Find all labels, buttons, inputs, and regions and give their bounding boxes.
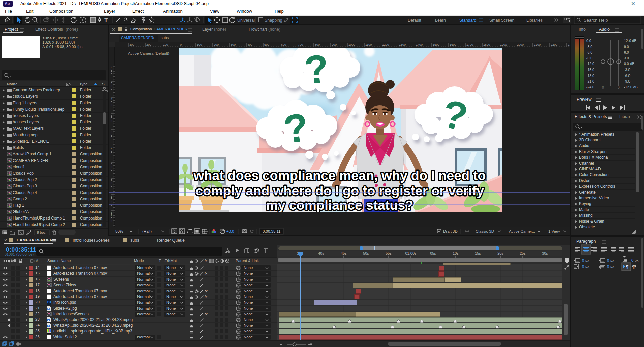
svg-text:¶: ¶ [632, 264, 635, 270]
svg-text:8 bpc: 8 bpc [37, 230, 46, 234]
svg-text:1700: 1700 [466, 43, 473, 46]
svg-text:20s: 20s [497, 251, 503, 255]
svg-text:+0.0: +0.0 [226, 229, 234, 233]
svg-text:15s: 15s [475, 251, 481, 255]
svg-text:Learn: Learn [435, 18, 446, 23]
svg-text:-9.0: -9.0 [586, 56, 592, 60]
svg-text:0: 0 [111, 168, 112, 171]
svg-text:-21.0: -21.0 [586, 79, 594, 83]
svg-text:Default: Default [408, 18, 421, 23]
svg-text:30s: 30s [542, 251, 548, 255]
svg-text:9.0: 9.0 [624, 45, 629, 49]
svg-text:0: 0 [111, 184, 112, 187]
svg-text:-9.0: -9.0 [624, 79, 630, 83]
svg-text:05s: 05s [430, 251, 436, 255]
svg-text:2100: 2100 [534, 43, 541, 46]
svg-text:-12.0 dB: -12.0 dB [624, 85, 638, 89]
svg-text:200: 200 [214, 43, 219, 46]
svg-text:px: px [585, 264, 589, 268]
svg-text:2200: 2200 [551, 43, 557, 46]
svg-text:1100: 1100 [365, 43, 372, 46]
svg-text:0: 0 [180, 43, 182, 46]
svg-text:2000: 2000 [517, 43, 524, 46]
svg-text:-15.0: -15.0 [586, 68, 594, 72]
svg-text:1 View: 1 View [548, 229, 560, 233]
svg-text:0: 0 [582, 258, 584, 262]
svg-text:12.0 dB: 12.0 dB [624, 39, 636, 43]
svg-text:-6.0: -6.0 [624, 74, 630, 78]
svg-text:0.0 dB: 0.0 dB [624, 62, 634, 66]
svg-text:comply and where do I go to re: comply and where do I go to register or … [195, 183, 484, 198]
svg-text:0: 0 [111, 136, 112, 139]
svg-text:10s: 10s [453, 251, 459, 255]
svg-text:0: 0 [582, 264, 584, 268]
svg-text:25s: 25s [520, 251, 526, 255]
svg-text:0: 0 [111, 87, 112, 90]
svg-text:1600: 1600 [450, 43, 456, 46]
svg-text:1400: 1400 [416, 43, 423, 46]
svg-text:Active Camer...: Active Camer... [509, 229, 535, 233]
svg-text:Small Screen: Small Screen [489, 18, 514, 23]
svg-text:0: 0 [111, 219, 112, 223]
svg-text:-24.0: -24.0 [586, 85, 594, 89]
svg-text:1500: 1500 [433, 43, 439, 46]
svg-text:0: 0 [111, 103, 112, 107]
svg-text:1300: 1300 [399, 43, 406, 46]
svg-text:0: 0 [618, 85, 620, 89]
svg-text:-3.0: -3.0 [624, 68, 630, 72]
svg-text:100: 100 [197, 43, 202, 46]
svg-text:3.0: 3.0 [624, 56, 629, 60]
svg-text:Universal: Universal [237, 18, 255, 23]
svg-text:Libraries: Libraries [526, 18, 543, 23]
svg-text:0: 0 [111, 152, 112, 155]
svg-text:300: 300 [129, 43, 134, 46]
svg-text:-3.0: -3.0 [586, 45, 592, 49]
svg-text:55s: 55s [386, 251, 392, 255]
svg-text:0: 0 [111, 203, 112, 206]
svg-text:40s: 40s [318, 251, 324, 255]
svg-text:-6.0: -6.0 [586, 50, 592, 54]
svg-text:700: 700 [298, 43, 303, 46]
svg-text:0:00:35:11: 0:00:35:11 [263, 229, 281, 233]
svg-text:0.0: 0.0 [586, 39, 591, 43]
svg-text:px: px [585, 258, 589, 262]
svg-text:T: T [104, 17, 108, 23]
svg-text:400: 400 [247, 43, 252, 46]
svg-text:300: 300 [231, 43, 236, 46]
svg-text:0: 0 [602, 85, 604, 89]
svg-text:what does compliance mean, why: what does compliance mean, why do I need… [193, 168, 486, 183]
svg-text:50%: 50% [115, 229, 123, 233]
svg-text:(Half): (Half) [142, 229, 152, 233]
svg-text:01:00s: 01:00s [405, 251, 417, 255]
svg-text:500: 500 [264, 43, 269, 46]
svg-text:1000: 1000 [348, 43, 355, 46]
svg-text:200: 200 [146, 43, 151, 46]
svg-text:1900: 1900 [500, 43, 507, 46]
svg-text:-18.0: -18.0 [586, 74, 594, 78]
svg-text:45s: 45s [341, 251, 347, 255]
svg-text:6.0: 6.0 [624, 50, 629, 54]
svg-text:1800: 1800 [483, 43, 490, 46]
svg-text:-12.0: -12.0 [586, 62, 594, 66]
svg-text:px: px [635, 258, 639, 262]
svg-text:600: 600 [281, 43, 286, 46]
svg-text:¶: ¶ [626, 264, 628, 270]
svg-text:Classic 3D: Classic 3D [476, 229, 494, 233]
svg-text:2300: 2300 [568, 43, 570, 46]
svg-text:Search Help: Search Help [584, 18, 608, 23]
svg-text:50s: 50s [363, 251, 369, 255]
svg-text:100: 100 [163, 43, 168, 46]
svg-text:0: 0 [111, 71, 112, 74]
svg-text:1200: 1200 [382, 43, 389, 46]
svg-text:?: ? [302, 48, 331, 92]
svg-text:px: px [610, 258, 614, 262]
svg-text:Snapping: Snapping [265, 18, 282, 23]
svg-text:0: 0 [111, 119, 112, 123]
svg-text:900: 900 [332, 43, 337, 46]
svg-text:0: 0 [631, 258, 633, 262]
svg-text:px: px [610, 264, 614, 268]
svg-text:Standard: Standard [459, 18, 477, 23]
svg-text:my compliance status?: my compliance status? [266, 198, 413, 212]
svg-text:Draft 3D: Draft 3D [443, 229, 458, 233]
svg-text:800: 800 [315, 43, 320, 46]
